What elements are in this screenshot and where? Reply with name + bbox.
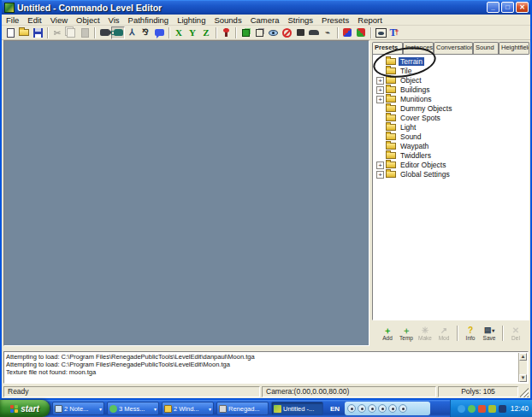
text-tool-icon[interactable]: T†	[387, 26, 401, 39]
taskbar-item-leveledit[interactable]: Untitled -...	[271, 402, 323, 415]
taskbar-item-notepad-group[interactable]: 2 Note...▾	[52, 402, 104, 415]
comment-icon[interactable]	[152, 26, 166, 39]
tree-item-global-settings[interactable]: +Global Settings	[376, 170, 529, 179]
menu-strings[interactable]: Strings	[283, 15, 317, 25]
log-output[interactable]: Attempting to load: C:\Program Files\Ren…	[3, 351, 529, 384]
tree-item-terrain[interactable]: Terrain	[376, 57, 529, 66]
save-preset-button[interactable]: ▤▾ Save	[480, 326, 499, 341]
make-button: ✳ Make	[416, 326, 434, 341]
tab-instances[interactable]: Instances	[403, 42, 434, 54]
level-viewport[interactable]	[3, 40, 369, 346]
sound-tool-icon[interactable]	[293, 26, 307, 39]
light-solve-icon[interactable]	[354, 26, 368, 39]
tree-item-object[interactable]: +Object	[376, 76, 529, 85]
waypoint-pin-icon[interactable]	[219, 26, 233, 39]
menu-report[interactable]: Report	[353, 15, 387, 25]
tree-item-munitions[interactable]: +Munitions	[376, 95, 529, 103]
chevron-down-icon: ▾	[154, 406, 157, 412]
taskbar-item-messenger-group[interactable]: 3 Mess...▾	[107, 402, 159, 415]
expander-icon[interactable]: +	[376, 162, 384, 169]
tray-alert-icon[interactable]	[478, 405, 486, 413]
maximize-button[interactable]: □	[501, 2, 514, 13]
expander-icon[interactable]: +	[376, 77, 384, 85]
tab-presets[interactable]: Presets	[372, 42, 403, 54]
start-button[interactable]: start	[0, 400, 50, 417]
tree-item-sound[interactable]: Sound	[376, 132, 529, 141]
tree-item-tile[interactable]: Tile	[376, 67, 529, 75]
expander-icon[interactable]: +	[376, 171, 384, 179]
tray-shield-icon[interactable]	[488, 405, 496, 413]
menu-edit[interactable]: Edit	[23, 15, 45, 25]
taskbar-item-explorer-group[interactable]: 2 Wind...▾	[162, 402, 214, 415]
resize-grip[interactable]	[520, 386, 529, 397]
menu-bar: File Edit View Object Vis Pathfinding Li…	[2, 15, 530, 26]
camera-mode-icon[interactable]	[98, 26, 111, 39]
tab-heightfield[interactable]: Heightfield	[499, 42, 529, 54]
save-icon[interactable]	[31, 26, 44, 39]
tree-item-twiddlers[interactable]: Twiddlers	[376, 151, 529, 160]
menu-pathfinding[interactable]: Pathfinding	[124, 15, 174, 25]
tree-item-buildings[interactable]: +Buildings	[376, 85, 529, 94]
menu-lighting[interactable]: Lighting	[173, 15, 210, 25]
tree-item-editor-objects[interactable]: +Editor Objects	[376, 161, 529, 169]
folder-icon	[386, 77, 396, 84]
vis-points-icon[interactable]	[266, 26, 280, 39]
tab-conversations[interactable]: Conversations	[434, 42, 473, 54]
delete-button: ✕ Del	[506, 326, 525, 341]
menu-presets[interactable]: Presets	[317, 15, 353, 25]
folder-icon	[386, 124, 396, 131]
axis-x-icon[interactable]: X	[172, 26, 186, 39]
media-next-icon[interactable]	[378, 404, 387, 413]
tray-status-icon[interactable]	[468, 405, 476, 413]
tray-network-icon[interactable]	[499, 405, 506, 413]
window-title: Untitled - Commando Level Editor	[17, 3, 487, 13]
new-icon[interactable]	[3, 26, 17, 39]
menu-camera[interactable]: Camera	[246, 15, 284, 25]
lighting-tool-icon[interactable]	[340, 26, 354, 39]
temp-button[interactable]: ＋ Temp	[397, 326, 416, 341]
media-mute-icon[interactable]	[388, 404, 397, 413]
walk-mode-icon[interactable]: ⅄	[125, 26, 139, 39]
menu-vis[interactable]: Vis	[104, 15, 124, 25]
minimize-button[interactable]: _	[487, 2, 499, 13]
object-mode-icon[interactable]	[111, 26, 125, 39]
create-object-icon[interactable]	[239, 26, 252, 39]
axis-y-icon[interactable]: Y	[186, 26, 199, 39]
expander-icon[interactable]: +	[376, 86, 384, 94]
tree-item-dummy-objects[interactable]: Dummy Objects	[376, 104, 529, 113]
media-volume-icon[interactable]	[399, 404, 407, 413]
media-prev-icon[interactable]	[347, 404, 356, 413]
menu-object[interactable]: Object	[72, 15, 103, 25]
status-camera: Camera:(0.00,0.00,80.00)	[262, 386, 436, 397]
title-bar[interactable]: Untitled - Commando Level Editor _ □ ✕	[2, 0, 530, 15]
add-button[interactable]: ＋ Add	[378, 326, 397, 341]
taskbar-clock[interactable]: 12:40	[511, 404, 529, 413]
scroll-down-icon[interactable]: ▼	[519, 374, 527, 382]
axis-z-icon[interactable]: Z	[199, 26, 213, 39]
scroll-up-icon[interactable]: ▲	[519, 353, 527, 361]
taskbar-item-renegade[interactable]: Renegad...	[216, 402, 269, 415]
vis-disable-icon[interactable]	[280, 26, 293, 39]
pathfind-tool-icon[interactable]: ⌁	[321, 26, 334, 39]
panel-tabs: Presets Instances Conversations Sound He…	[371, 42, 530, 54]
close-button[interactable]: ✕	[516, 2, 529, 13]
open-icon[interactable]	[17, 26, 31, 39]
language-indicator[interactable]: EN	[330, 405, 340, 413]
media-stop-icon[interactable]	[368, 404, 376, 413]
tab-sound[interactable]: Sound	[473, 42, 499, 54]
run-mode-icon[interactable]: ⅋	[139, 26, 152, 39]
move-object-icon[interactable]	[252, 26, 266, 39]
info-button[interactable]: ? Info	[461, 326, 480, 341]
tray-messenger-icon[interactable]	[458, 405, 465, 413]
vehicle-tool-icon[interactable]	[307, 26, 321, 39]
menu-sounds[interactable]: Sounds	[210, 15, 245, 25]
expander-icon[interactable]: +	[376, 96, 384, 103]
tree-item-waypath[interactable]: Waypath	[376, 142, 529, 150]
log-scrollbar[interactable]: ▲ ▼	[518, 353, 527, 382]
menu-view[interactable]: View	[46, 15, 72, 25]
media-play-icon[interactable]	[358, 404, 366, 413]
vis-camera-icon[interactable]	[374, 26, 387, 39]
tree-item-cover-spots[interactable]: Cover Spots	[376, 114, 529, 122]
menu-file[interactable]: File	[2, 15, 23, 25]
tree-item-light[interactable]: Light	[376, 123, 529, 132]
